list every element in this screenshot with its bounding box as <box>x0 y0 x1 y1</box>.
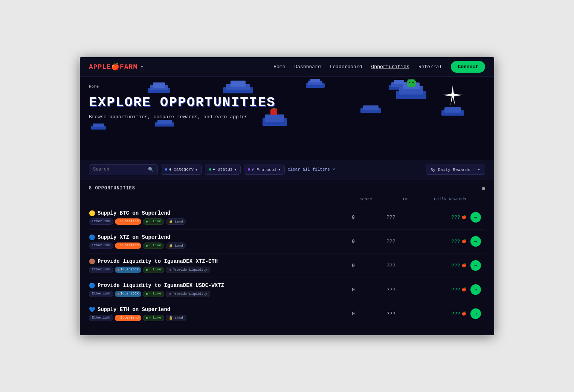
opp-arrow[interactable]: → <box>466 284 485 295</box>
tag-dot <box>146 293 148 295</box>
opp-arrow[interactable]: → <box>466 212 485 223</box>
nav-referral[interactable]: Referral <box>418 64 442 70</box>
hero-subtitle: Browse opportunities, compare rewards, a… <box>89 114 485 120</box>
svg-rect-27 <box>276 110 277 114</box>
nav-dashboard[interactable]: Dashboard <box>295 64 321 70</box>
opp-tags: EtherlinkSuperlend+ Live🔒 Lend <box>89 315 334 321</box>
table-row[interactable]: 💙 Supply ETH on Superlend EtherlinkSuper… <box>89 302 485 326</box>
apple-reward-icon: 🍎 <box>462 311 466 316</box>
table-row[interactable]: 🟤 Provide liquidity to IguanaDEX XTZ-ETH… <box>89 254 485 278</box>
logo-apple: APPLE <box>89 63 111 71</box>
small-cloud-left <box>91 122 106 131</box>
opp-rewards: ??? 🍎 <box>410 239 466 244</box>
opp-navigate-button[interactable]: → <box>470 284 481 295</box>
table-row[interactable]: 🔵 Supply XTZ on Superlend EtherlinkSuper… <box>89 230 485 254</box>
tag-superlend: Superlend <box>115 315 142 321</box>
protocol-filter[interactable]: ⚡ Protocol ▾ <box>244 165 285 175</box>
opp-title: 🔵 Provide liquidity to IguanaDEX USDC-WX… <box>89 282 334 289</box>
hero-section: Home EXPLORE OPPORTUNITIES Browse opport… <box>80 77 494 160</box>
nav-links: Home Dashboard Leaderboard Opportunities… <box>273 61 485 73</box>
opp-navigate-button[interactable]: → <box>470 308 481 319</box>
opp-arrow[interactable]: → <box>466 260 485 271</box>
opp-score: 0 <box>334 311 372 317</box>
opp-rewards: ??? 🍎 <box>410 287 466 293</box>
clear-filters-button[interactable]: Clear all filters × <box>288 167 335 172</box>
col-header-name <box>89 197 334 201</box>
svg-rect-18 <box>410 79 413 80</box>
opp-info: 💙 Supply ETH on Superlend EtherlinkSuper… <box>89 307 334 321</box>
tag-etherlink: Etherlink <box>89 267 113 273</box>
tag-liquidity: ◎ Provide Liquidity <box>166 267 211 273</box>
nav-leaderboard[interactable]: Leaderboard <box>330 64 362 70</box>
tag-etherlink: Etherlink <box>89 291 113 297</box>
tag-live: + Live <box>143 243 164 249</box>
logo: APPLE🍎FARM ▾ <box>89 63 143 71</box>
opp-info: 🔵 Provide liquidity to IguanaDEX USDC-WX… <box>89 282 334 297</box>
opp-arrow[interactable]: → <box>466 236 485 247</box>
table-row[interactable]: 🔵 Provide liquidity to IguanaDEX USDC-WX… <box>89 278 485 302</box>
opp-title-text: Supply ETH on Superlend <box>98 307 170 313</box>
tag-etherlink: Etherlink <box>89 315 113 321</box>
opp-coin-icon: 🔵 <box>89 282 95 289</box>
svg-rect-29 <box>91 126 106 130</box>
status-filter[interactable]: ● Status ▾ <box>205 165 241 175</box>
tag-dot <box>118 245 119 247</box>
category-dot <box>165 168 167 171</box>
opp-tvl: ??? <box>372 311 410 317</box>
status-chevron: ▾ <box>234 167 237 172</box>
opp-tvl: ??? <box>372 239 410 244</box>
apple-reward-icon: 🍎 <box>462 239 466 244</box>
status-label: ● Status <box>213 167 233 172</box>
apple-reward-icon: 🍎 <box>462 263 466 268</box>
category-filter[interactable]: 4 Category ▾ <box>161 165 202 175</box>
opp-score: 0 <box>334 263 372 268</box>
logo-chevron-icon[interactable]: ▾ <box>140 64 143 70</box>
opp-title: 🔵 Supply XTZ on Superlend <box>89 234 334 241</box>
rewards-value: ??? <box>452 263 460 268</box>
opp-title: 🟡 Supply BTC on Superlend <box>89 210 334 217</box>
logo-text: APPLE🍎FARM <box>89 63 137 71</box>
opp-coin-icon: 🟡 <box>89 210 95 217</box>
nav-opportunities[interactable]: Opportunities <box>371 64 409 70</box>
search-box[interactable]: 🔍 <box>89 164 158 175</box>
table-header: 8 OPPORTUNITIES ⊞ <box>89 180 485 195</box>
tag-live: + Live <box>143 291 164 297</box>
nav-home[interactable]: Home <box>273 64 285 70</box>
rewards-value: ??? <box>452 215 460 220</box>
svg-rect-31 <box>155 122 174 127</box>
opp-score: 0 <box>334 287 372 293</box>
opp-title-text: Supply BTC on Superlend <box>98 210 170 216</box>
tag-dot <box>146 269 148 271</box>
opp-navigate-button[interactable]: → <box>470 260 481 271</box>
tag-live: + Live <box>143 315 164 321</box>
connect-button[interactable]: Connect <box>451 61 485 73</box>
tag-liquidity: ◎ Provide Liquidity <box>166 291 211 297</box>
breadcrumb: Home <box>89 84 485 89</box>
opp-coin-icon: 💙 <box>89 307 95 313</box>
tag-etherlink: Etherlink <box>89 218 113 225</box>
small-cloud-2 <box>155 118 174 128</box>
grid-view-icon[interactable]: ⊞ <box>482 185 485 192</box>
opp-arrow[interactable]: → <box>466 308 485 319</box>
opp-title-text: Provide liquidity to IguanaDEX XTZ-ETH <box>98 258 218 264</box>
opp-navigate-button[interactable]: → <box>470 212 481 223</box>
col-header-score: Score <box>334 197 372 201</box>
tag-iguanadex: IguanaDEX <box>115 291 142 297</box>
rows-container: 🟡 Supply BTC on Superlend EtherlinkSuper… <box>89 206 485 326</box>
status-dot <box>209 168 211 171</box>
opp-info: 🟡 Supply BTC on Superlend EtherlinkSuper… <box>89 210 334 225</box>
opp-rewards: ??? 🍎 <box>410 263 466 268</box>
opp-rewards: ??? 🍎 <box>410 215 466 220</box>
svg-rect-8 <box>310 79 320 82</box>
filter-bar: 🔍 4 Category ▾ ● Status ▾ ⚡ Protocol ▾ C… <box>80 160 494 180</box>
tag-dot <box>118 293 119 295</box>
search-input[interactable] <box>93 167 146 172</box>
sort-button[interactable]: By Daily Rewards ↑ ▾ <box>426 165 485 175</box>
hero-title: EXPLORE OPPORTUNITIES <box>89 95 485 110</box>
opp-score: 0 <box>334 215 372 220</box>
svg-rect-26 <box>270 110 272 114</box>
table-row[interactable]: 🟡 Supply BTC on Superlend EtherlinkSuper… <box>89 206 485 230</box>
tag-dot <box>146 221 148 223</box>
app-container: APPLE🍎FARM ▾ Home Dashboard Leaderboard … <box>80 57 494 335</box>
opp-navigate-button[interactable]: → <box>470 236 481 247</box>
